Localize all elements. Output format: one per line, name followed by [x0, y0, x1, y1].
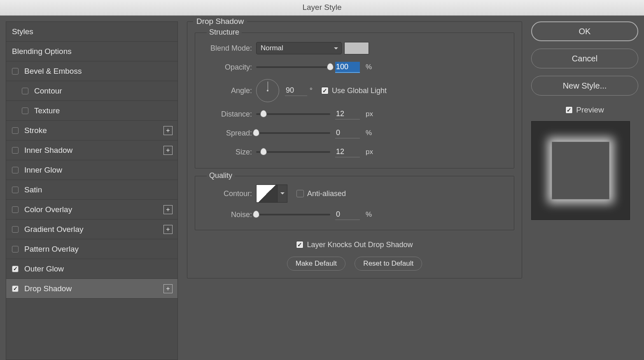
checkbox-icon[interactable] — [12, 246, 19, 252]
opacity-label: Opacity: — [203, 63, 256, 72]
reset-default-button[interactable]: Reset to Default — [355, 257, 422, 271]
sidebar-item-satin[interactable]: Satin — [6, 180, 177, 200]
make-default-button[interactable]: Make Default — [287, 257, 345, 271]
checkbox-icon[interactable] — [22, 108, 28, 114]
checkbox-icon[interactable] — [22, 88, 28, 94]
checkbox-icon[interactable] — [12, 266, 19, 272]
sidebar-item-label: Color Overlay — [24, 205, 163, 214]
noise-row: Noise: 0 % — [203, 208, 506, 222]
settings-panel: Drop Shadow Structure Blend Mode: Normal… — [187, 21, 522, 360]
sidebar-item-blending-options[interactable]: Blending Options — [6, 42, 177, 61]
sidebar-item-styles[interactable]: Styles — [6, 22, 177, 42]
preview-label: Preview — [576, 105, 604, 115]
angle-row: Angle: 90 ° Use Global Light — [203, 79, 506, 102]
slider-thumb-icon[interactable] — [327, 63, 334, 70]
styles-list-panel: Styles Blending Options Bevel & Emboss C… — [6, 21, 178, 360]
ok-button[interactable]: OK — [531, 21, 638, 41]
sidebar-item-pattern-overlay[interactable]: Pattern Overlay — [6, 239, 177, 259]
window-title: Layer Style — [0, 0, 644, 16]
sidebar-item-inner-shadow[interactable]: Inner Shadow + — [6, 140, 177, 160]
sidebar-item-color-overlay[interactable]: Color Overlay + — [6, 200, 177, 220]
sidebar-item-gradient-overlay[interactable]: Gradient Overlay + — [6, 220, 177, 239]
shadow-color-swatch[interactable] — [344, 42, 369, 54]
anti-aliased-label: Anti-aliased — [307, 189, 346, 198]
sidebar-item-stroke[interactable]: Stroke + — [6, 121, 177, 140]
opacity-row: Opacity: 100 % — [203, 60, 506, 74]
spread-label: Spread: — [203, 129, 256, 138]
sidebar-item-label: Gradient Overlay — [24, 225, 163, 234]
sidebar-item-inner-glow[interactable]: Inner Glow — [6, 160, 177, 180]
checkbox-icon[interactable] — [12, 187, 19, 193]
distance-row: Distance: 12 px — [203, 107, 506, 121]
sidebar-item-texture[interactable]: Texture — [6, 101, 177, 121]
preview-checkbox[interactable] — [565, 106, 573, 114]
distance-input[interactable]: 12 — [335, 109, 360, 119]
distance-unit: px — [366, 110, 377, 118]
blend-mode-select[interactable]: Normal — [256, 42, 342, 54]
plus-icon[interactable]: + — [163, 284, 173, 293]
angle-input[interactable]: 90 — [285, 85, 307, 96]
size-row: Size: 12 px — [203, 145, 506, 159]
fieldset-title: Drop Shadow — [193, 17, 247, 26]
cancel-button[interactable]: Cancel — [531, 49, 638, 68]
spread-slider[interactable] — [256, 132, 330, 134]
size-input[interactable]: 12 — [335, 147, 360, 157]
quality-fieldset: Quality Contour: Anti-aliased Noise: 0 % — [195, 176, 514, 230]
drop-shadow-fieldset: Drop Shadow Structure Blend Mode: Normal… — [187, 21, 522, 278]
distance-slider[interactable] — [256, 113, 330, 115]
structure-fieldset: Structure Blend Mode: Normal Opacity: 10… — [195, 33, 514, 168]
use-global-light-checkbox[interactable] — [321, 87, 329, 94]
checkbox-icon[interactable] — [12, 206, 19, 213]
plus-icon[interactable]: + — [163, 205, 173, 214]
checkbox-icon[interactable] — [12, 147, 19, 154]
size-unit: px — [366, 148, 377, 156]
noise-input[interactable]: 0 — [335, 209, 360, 220]
knockout-checkbox[interactable] — [296, 241, 303, 248]
plus-icon[interactable]: + — [163, 225, 173, 234]
blend-mode-label: Blend Mode: — [203, 44, 256, 53]
noise-slider[interactable] — [256, 214, 330, 215]
spread-input[interactable]: 0 — [335, 128, 360, 138]
opacity-input[interactable]: 100 — [335, 62, 360, 73]
checkbox-icon[interactable] — [12, 127, 19, 134]
sidebar-item-outer-glow[interactable]: Outer Glow — [6, 259, 177, 279]
new-style-button[interactable]: New Style... — [531, 76, 638, 96]
sidebar-item-label: Styles — [12, 27, 173, 36]
contour-dropdown-icon[interactable] — [278, 185, 287, 203]
anti-aliased-checkbox[interactable] — [296, 190, 304, 197]
noise-label: Noise: — [203, 210, 256, 219]
plus-icon[interactable]: + — [163, 126, 173, 135]
sidebar-item-drop-shadow[interactable]: Drop Shadow + — [6, 279, 177, 299]
size-slider[interactable] — [256, 151, 330, 153]
spread-row: Spread: 0 % — [203, 126, 506, 140]
checkbox-icon[interactable] — [12, 226, 19, 233]
slider-thumb-icon[interactable] — [253, 210, 259, 218]
sidebar-item-label: Pattern Overlay — [24, 245, 173, 254]
sidebar-item-contour[interactable]: Contour — [6, 81, 177, 101]
contour-row: Contour: Anti-aliased — [203, 185, 506, 203]
spread-unit: % — [366, 129, 377, 137]
preview-thumbnail — [531, 121, 630, 220]
sidebar-item-label: Bevel & Emboss — [24, 67, 173, 76]
plus-icon[interactable]: + — [163, 146, 173, 155]
sidebar-item-label: Inner Glow — [24, 166, 173, 175]
slider-thumb-icon[interactable] — [260, 110, 267, 117]
angle-dial[interactable] — [256, 79, 279, 102]
sidebar-item-label: Drop Shadow — [24, 284, 163, 293]
opacity-slider[interactable] — [256, 66, 330, 68]
sidebar-item-label: Blending Options — [12, 47, 173, 56]
angle-center-dot-icon — [267, 90, 268, 91]
right-panel: OK Cancel New Style... Preview — [531, 21, 638, 360]
checkbox-icon[interactable] — [12, 167, 19, 173]
checkbox-icon[interactable] — [12, 68, 19, 75]
size-label: Size: — [203, 148, 256, 157]
opacity-unit: % — [366, 63, 377, 71]
slider-thumb-icon[interactable] — [260, 148, 267, 155]
sidebar-item-bevel-emboss[interactable]: Bevel & Emboss — [6, 61, 177, 81]
contour-picker[interactable] — [256, 185, 278, 203]
default-buttons-row: Make Default Reset to Default — [195, 257, 514, 271]
checkbox-icon[interactable] — [12, 285, 19, 292]
knockout-label: Layer Knocks Out Drop Shadow — [307, 241, 413, 249]
slider-thumb-icon[interactable] — [253, 129, 259, 136]
sidebar-item-label: Contour — [34, 86, 173, 96]
